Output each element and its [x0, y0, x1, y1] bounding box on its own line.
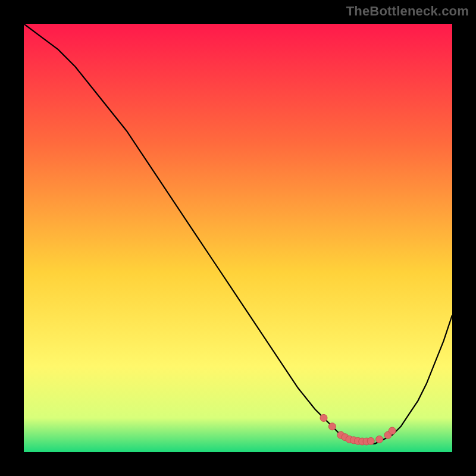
optimal-marker: [320, 414, 327, 421]
optimal-marker: [328, 423, 336, 430]
outer-frame: TheBottleneck.com: [0, 0, 476, 476]
watermark-text: TheBottleneck.com: [346, 4, 469, 19]
plot-area: [24, 24, 452, 452]
chart-svg: [24, 24, 452, 452]
gradient-background: [24, 24, 452, 452]
optimal-marker: [389, 427, 396, 434]
optimal-marker: [367, 437, 374, 444]
optimal-marker: [376, 436, 383, 443]
